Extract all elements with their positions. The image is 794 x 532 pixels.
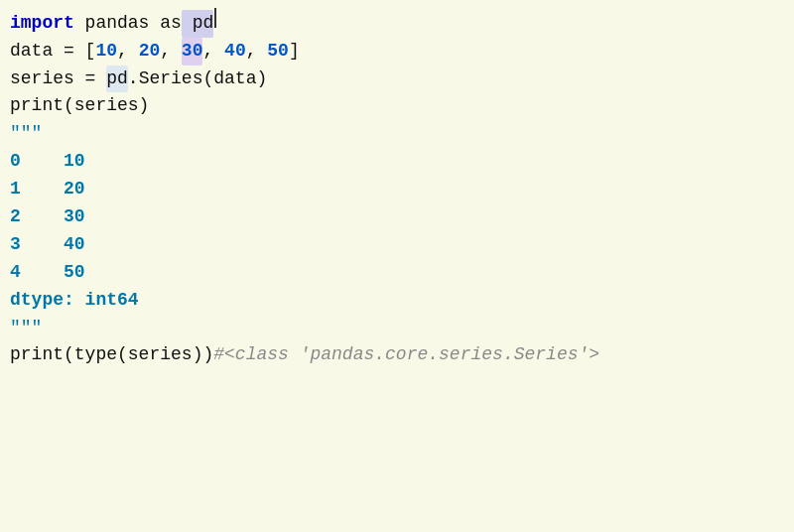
output-row-1: 1 20 — [10, 176, 784, 203]
num-50: 50 — [267, 38, 289, 66]
line-3-series: series = pd.Series(data) — [10, 66, 784, 93]
series-method: .Series(data) — [128, 66, 267, 93]
line-2-data: data = [10, 20, 30, 40, 50] — [10, 38, 784, 66]
val-3: 40 — [64, 231, 85, 259]
idx-1: 1 — [10, 176, 21, 203]
val-1: 20 — [64, 176, 85, 203]
idx-2: 2 — [10, 203, 21, 231]
sep-3: , — [202, 38, 224, 66]
idx-0: 0 — [10, 148, 21, 176]
pd-ref: pd — [106, 66, 128, 93]
as-keyword: as — [160, 10, 182, 38]
idx-4: 4 — [10, 259, 21, 287]
output-block: """ 0 10 1 20 2 30 3 40 4 50 dtype: int6… — [0, 120, 794, 369]
triple-quote-open: """ — [10, 120, 784, 148]
keyword-import: import — [10, 10, 74, 38]
triple-quote-close: """ — [10, 315, 784, 342]
sep-4: , — [246, 38, 268, 66]
sep-2: , — [160, 38, 182, 66]
triple-quote-open-text: """ — [10, 120, 42, 148]
idx-3: 3 — [10, 231, 21, 259]
output-row-3: 3 40 — [10, 231, 784, 259]
output-row-2: 2 30 — [10, 203, 784, 231]
output-row-4: 4 50 — [10, 259, 784, 287]
gap-2 — [21, 203, 64, 231]
text-cursor — [214, 8, 216, 28]
alias-pd: pd — [182, 10, 213, 38]
module-name: pandas — [74, 10, 160, 38]
val-4: 50 — [64, 259, 85, 287]
num-20: 20 — [139, 38, 161, 66]
val-0: 10 — [64, 148, 85, 176]
num-30: 30 — [182, 38, 203, 66]
data-suffix: ] — [289, 38, 300, 66]
gap-4 — [21, 259, 64, 287]
output-row-0: 0 10 — [10, 148, 784, 176]
print-series: print(series) — [10, 92, 149, 120]
line-1-import: import pandas as pd — [10, 8, 784, 38]
gap-3 — [21, 231, 64, 259]
data-prefix: data = [ — [10, 38, 95, 66]
print-type-code: print(type(series)) — [10, 341, 213, 369]
gap-0 — [21, 148, 64, 176]
val-2: 30 — [64, 203, 85, 231]
num-10: 10 — [95, 38, 117, 66]
dtype-text: dtype: int64 — [10, 287, 139, 315]
triple-quote-close-text: """ — [10, 315, 42, 342]
gap-1 — [21, 176, 64, 203]
code-editor[interactable]: import pandas as pd data = [10, 20, 30, … — [0, 0, 794, 120]
print-type-comment: #<class 'pandas.core.series.Series'> — [213, 341, 599, 369]
line-4-print: print(series) — [10, 92, 784, 120]
sep-1: , — [117, 38, 139, 66]
line-print-type: print(type(series))#<class 'pandas.core.… — [10, 341, 784, 369]
series-assign: series = — [10, 66, 106, 93]
num-40: 40 — [224, 38, 246, 66]
dtype-line: dtype: int64 — [10, 287, 784, 315]
